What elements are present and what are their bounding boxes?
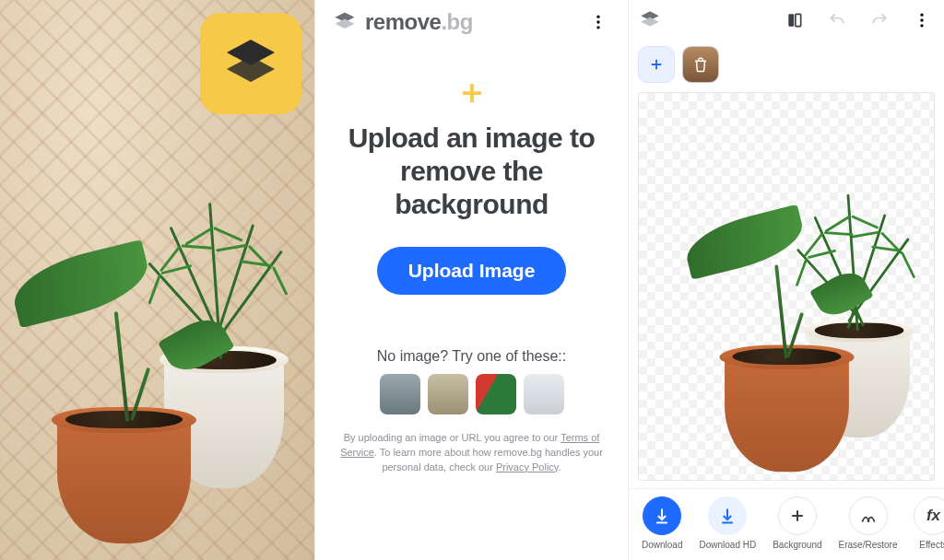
svg-point-5 bbox=[596, 20, 599, 23]
redo-icon bbox=[870, 11, 889, 29]
source-plants bbox=[0, 0, 314, 560]
svg-marker-3 bbox=[336, 19, 355, 29]
plus-accent-icon bbox=[458, 79, 486, 111]
svg-point-6 bbox=[596, 26, 599, 29]
result-plants bbox=[649, 127, 924, 481]
action-bar: Download Download HD Background Erase/Re… bbox=[629, 488, 944, 560]
editor-toolbar bbox=[629, 0, 944, 41]
more-menu-button[interactable] bbox=[909, 7, 935, 33]
undo-icon bbox=[828, 11, 846, 29]
svg-point-13 bbox=[920, 24, 923, 27]
svg-point-12 bbox=[920, 18, 923, 21]
more-menu-button[interactable] bbox=[585, 9, 611, 35]
trash-icon bbox=[692, 56, 709, 73]
undo-button[interactable] bbox=[824, 7, 850, 33]
privacy-link[interactable]: Privacy Policy bbox=[496, 461, 559, 472]
compare-icon bbox=[785, 11, 804, 29]
upload-panel: remove.bg Upload an image to remove the … bbox=[314, 0, 629, 560]
plus-icon bbox=[648, 56, 665, 73]
sample-thumb-2[interactable] bbox=[428, 374, 468, 414]
fx-icon: fx bbox=[926, 507, 940, 525]
editor-panel: Download Download HD Background Erase/Re… bbox=[629, 0, 944, 560]
effects-button[interactable]: fx Effects bbox=[914, 496, 944, 550]
source-image-panel bbox=[0, 0, 314, 560]
kebab-icon bbox=[589, 13, 608, 31]
headline: Upload an image to remove the background bbox=[332, 122, 611, 221]
svg-marker-8 bbox=[641, 18, 659, 27]
image-chips bbox=[629, 41, 944, 92]
download-button[interactable]: Download bbox=[642, 496, 682, 550]
sample-thumb-3[interactable] bbox=[476, 374, 516, 414]
svg-rect-9 bbox=[788, 14, 794, 26]
legal-text: By uploading an image or URL you agree t… bbox=[332, 431, 611, 475]
download-hd-button[interactable]: Download HD bbox=[699, 496, 756, 550]
background-button[interactable]: Background bbox=[773, 496, 821, 550]
svg-rect-10 bbox=[796, 14, 801, 26]
result-canvas[interactable] bbox=[638, 92, 935, 481]
add-image-chip[interactable] bbox=[638, 46, 675, 83]
pot-terracotta bbox=[57, 414, 191, 543]
brand-text: remove.bg bbox=[365, 9, 473, 35]
svg-point-4 bbox=[596, 16, 599, 18]
sample-row bbox=[380, 374, 564, 414]
sample-thumb-4[interactable] bbox=[524, 374, 564, 414]
kebab-icon bbox=[913, 11, 931, 29]
layers-icon bbox=[332, 9, 358, 35]
mid-header: remove.bg bbox=[332, 9, 611, 35]
svg-point-11 bbox=[920, 14, 923, 17]
redo-button[interactable] bbox=[867, 7, 892, 33]
erase-icon bbox=[859, 507, 878, 525]
download-icon bbox=[653, 507, 671, 525]
layers-icon bbox=[638, 8, 662, 32]
upload-image-button[interactable]: Upload Image bbox=[377, 247, 567, 295]
erase-restore-button[interactable]: Erase/Restore bbox=[839, 496, 898, 550]
brand: remove.bg bbox=[332, 9, 473, 35]
canvas-wrap bbox=[629, 92, 944, 488]
download-icon bbox=[718, 507, 737, 525]
compare-button[interactable] bbox=[782, 7, 808, 33]
try-samples-label: No image? Try one of these:: bbox=[377, 348, 566, 365]
sample-thumb-1[interactable] bbox=[380, 374, 420, 414]
delete-image-chip[interactable] bbox=[682, 46, 719, 83]
plus-icon bbox=[788, 507, 807, 525]
